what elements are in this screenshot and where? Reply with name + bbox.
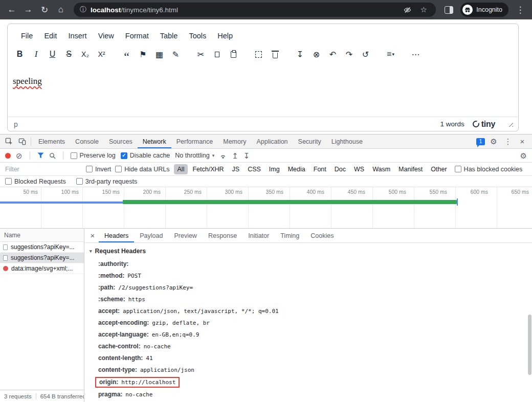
preserve-log-checkbox[interactable] xyxy=(71,152,77,159)
menu-item[interactable]: Tools xyxy=(185,30,210,41)
disable-cache-checkbox[interactable] xyxy=(121,152,127,159)
devtools-tab[interactable]: Console xyxy=(70,135,104,148)
menu-item[interactable]: Help xyxy=(213,30,237,41)
devtools-tab[interactable]: Memory xyxy=(218,135,251,148)
detail-tab[interactable]: Headers xyxy=(99,229,134,242)
devtools-tab[interactable]: Sources xyxy=(104,135,138,148)
devtools-tab[interactable]: Security xyxy=(293,135,326,148)
redo-icon[interactable]: ↷ xyxy=(342,47,356,61)
third-party-toggle[interactable]: 3rd-party requests xyxy=(76,178,137,185)
scrollbar-thumb[interactable] xyxy=(528,315,531,375)
detail-tab[interactable]: Preview xyxy=(168,229,202,242)
detail-tab[interactable]: Timing xyxy=(275,229,305,242)
devtools-tab[interactable]: Performance xyxy=(171,135,218,148)
superscript-icon[interactable]: X² xyxy=(95,47,108,61)
format-painter-icon[interactable]: ⚑ xyxy=(136,47,150,61)
hide-data-urls-toggle[interactable]: Hide data URLs xyxy=(115,166,169,173)
blockquote-icon[interactable]: “ xyxy=(120,47,134,61)
delete-icon[interactable] xyxy=(268,47,282,61)
resource-type-chip[interactable]: Img xyxy=(265,164,283,174)
network-settings-icon[interactable]: ⚙ xyxy=(520,152,527,160)
resource-type-chip[interactable]: All xyxy=(174,164,188,174)
clear-network-log-icon[interactable]: ⊘ xyxy=(16,152,23,160)
network-overview-timeline[interactable]: 50 ms100 ms150 ms200 ms250 ms300 ms350 m… xyxy=(0,187,532,229)
align-icon[interactable]: ≡▾ xyxy=(384,47,397,61)
address-bar[interactable]: ⓘ localhost/tinymce/tiny6.html ☆ xyxy=(74,3,436,17)
resource-type-chip[interactable]: JS xyxy=(229,164,243,174)
home-icon[interactable]: ⌂ xyxy=(53,2,69,17)
resource-type-chip[interactable]: WS xyxy=(350,164,368,174)
forward-icon[interactable]: → xyxy=(20,2,36,17)
inspect-element-icon[interactable] xyxy=(2,135,15,148)
blocked-requests-toggle[interactable]: Blocked Requests xyxy=(5,178,66,185)
issues-counter-icon[interactable]: 1 xyxy=(476,138,485,145)
filter-toggle-icon[interactable] xyxy=(37,152,44,159)
detail-tab[interactable]: Initiator xyxy=(242,229,275,242)
resource-type-chip[interactable]: Media xyxy=(284,164,309,174)
blocked-requests-checkbox[interactable] xyxy=(5,178,12,185)
request-row[interactable]: suggestions?apiKey=... xyxy=(0,242,84,253)
site-info-icon[interactable]: ⓘ xyxy=(80,5,86,14)
bookmark-star-icon[interactable]: ☆ xyxy=(417,4,430,16)
detail-tab[interactable]: Payload xyxy=(134,229,168,242)
menu-item[interactable]: Insert xyxy=(64,30,91,41)
cookies-blocked-icon[interactable] xyxy=(401,4,413,16)
request-row[interactable]: suggestions?apiKey=... xyxy=(0,253,84,263)
scrollbar[interactable] xyxy=(527,243,532,402)
devtools-menu-icon[interactable]: ⋮ xyxy=(502,137,514,146)
download-icon[interactable]: ↧ xyxy=(293,47,307,61)
cancel-icon[interactable]: ⊗ xyxy=(309,47,323,61)
devtools-tab[interactable]: Application xyxy=(251,135,293,148)
devtools-settings-icon[interactable]: ⚙ xyxy=(488,137,499,146)
device-toolbar-icon[interactable] xyxy=(15,135,29,148)
menu-item[interactable]: Format xyxy=(121,30,153,41)
record-icon[interactable] xyxy=(5,153,11,159)
back-icon[interactable]: ← xyxy=(4,2,19,17)
resize-handle[interactable] xyxy=(507,121,513,127)
menu-item[interactable]: Table xyxy=(156,30,182,41)
resource-type-chip[interactable]: CSS xyxy=(244,164,264,174)
resource-type-chip[interactable]: Other xyxy=(427,164,450,174)
import-har-icon[interactable]: ↥ xyxy=(232,152,238,160)
side-panel-icon[interactable] xyxy=(441,2,456,17)
resource-type-chip[interactable]: Fetch/XHR xyxy=(189,164,227,174)
hide-data-urls-checkbox[interactable] xyxy=(115,166,122,172)
detail-tab[interactable]: Cookies xyxy=(305,229,339,242)
strikethrough-icon[interactable]: S xyxy=(62,47,76,61)
italic-icon[interactable]: I xyxy=(29,47,43,61)
devtools-tab[interactable]: Elements xyxy=(33,135,70,148)
restore-draft-icon[interactable]: ↺ xyxy=(359,47,372,61)
throttling-select[interactable]: No throttling ▾ xyxy=(175,152,214,159)
bold-icon[interactable]: B xyxy=(13,47,27,61)
menu-item[interactable]: File xyxy=(17,30,37,41)
resource-type-chip[interactable]: Wasm xyxy=(369,164,394,174)
resource-type-chip[interactable]: Doc xyxy=(331,164,349,174)
has-blocked-cookies-checkbox[interactable] xyxy=(455,166,461,172)
resource-type-chip[interactable]: Font xyxy=(310,164,330,174)
element-path[interactable]: p xyxy=(14,120,18,128)
undo-icon[interactable]: ↶ xyxy=(326,47,340,61)
third-party-checkbox[interactable] xyxy=(76,178,83,185)
invert-toggle[interactable]: Invert xyxy=(86,166,111,173)
export-har-icon[interactable]: ↧ xyxy=(243,152,250,160)
invert-checkbox[interactable] xyxy=(86,166,93,172)
menu-item[interactable]: Edit xyxy=(40,30,61,41)
browser-menu-icon[interactable]: ⋮ xyxy=(513,2,528,17)
disable-cache-toggle[interactable]: Disable cache xyxy=(121,152,170,159)
copy-icon[interactable] xyxy=(210,47,224,61)
search-icon[interactable] xyxy=(49,152,56,159)
image-icon[interactable]: ▦ xyxy=(152,47,166,61)
devtools-tab[interactable]: Lighthouse xyxy=(326,135,368,148)
devtools-tab[interactable]: Network xyxy=(138,135,171,148)
reload-icon[interactable]: ↻ xyxy=(37,2,52,17)
more-options-icon[interactable]: ⋯ xyxy=(409,47,423,61)
devtools-close-icon[interactable]: × xyxy=(517,137,528,146)
name-column-header[interactable]: Name xyxy=(0,229,84,242)
highlight-pen-icon[interactable]: ✎ xyxy=(169,47,183,61)
has-blocked-cookies-toggle[interactable]: Has blocked cookies xyxy=(455,166,523,173)
underline-icon[interactable]: U xyxy=(46,47,59,61)
select-all-icon[interactable] xyxy=(252,47,265,61)
word-count[interactable]: 1 words xyxy=(440,120,464,128)
menu-item[interactable]: View xyxy=(94,30,118,41)
request-row[interactable]: data:image/svg+xml;... xyxy=(0,263,84,274)
